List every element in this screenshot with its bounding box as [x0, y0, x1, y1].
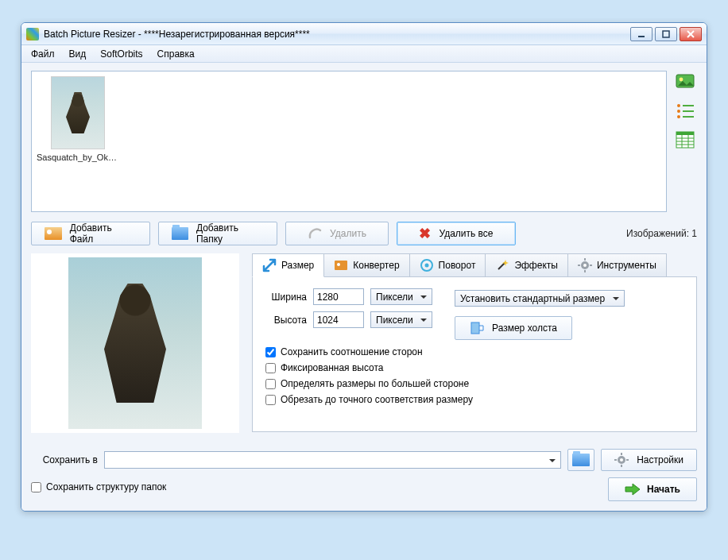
- keep-ratio-checkbox[interactable]: Сохранить соотношение сторон: [265, 346, 683, 357]
- menu-help[interactable]: Справка: [151, 47, 201, 61]
- folder-icon: [172, 227, 188, 240]
- svg-rect-11: [683, 116, 694, 118]
- width-input[interactable]: [313, 288, 364, 305]
- app-icon: [26, 28, 39, 41]
- canvas-size-button[interactable]: Размер холста: [455, 316, 572, 340]
- tabstrip: Размер Конвертер Поворот Эффекты: [252, 253, 697, 277]
- close-button[interactable]: [680, 27, 702, 41]
- thumbnail-list[interactable]: Sasquatch_by_Okmer...: [31, 71, 667, 212]
- tab-tools[interactable]: Инструменты: [567, 253, 667, 277]
- x-icon: ✖: [419, 225, 431, 242]
- thumbnail-item[interactable]: Sasquatch_by_Okmer...: [37, 76, 119, 162]
- image-icon: [45, 227, 62, 240]
- maximize-button[interactable]: [655, 27, 677, 41]
- tab-panel-size: Ширина Пиксели Высота Пиксели Уст: [252, 276, 697, 432]
- minimize-button[interactable]: [630, 27, 652, 41]
- arrow-right-icon: [625, 483, 641, 496]
- svg-rect-30: [471, 322, 479, 334]
- svg-point-10: [677, 115, 680, 118]
- delete-icon: [308, 226, 322, 241]
- tab-converter[interactable]: Конвертер: [323, 253, 409, 277]
- svg-point-8: [677, 110, 680, 113]
- view-thumbnails-icon[interactable]: [676, 74, 695, 91]
- svg-rect-1: [663, 31, 669, 37]
- keep-folder-structure-checkbox[interactable]: Сохранить структуру папок: [31, 481, 166, 492]
- delete-button[interactable]: Удалить: [285, 222, 389, 245]
- height-unit-select[interactable]: Пиксели: [370, 311, 432, 328]
- converter-icon: [334, 258, 348, 272]
- delete-all-button[interactable]: ✖ Удалить все: [397, 222, 516, 245]
- standard-size-select[interactable]: Установить стандартный размер: [455, 290, 625, 307]
- preview-pane: [31, 253, 239, 433]
- tab-size[interactable]: Размер: [252, 253, 324, 277]
- save-to-label: Сохранить в: [31, 454, 98, 465]
- svg-rect-34: [621, 465, 622, 467]
- start-button[interactable]: Начать: [608, 477, 697, 501]
- view-list-icon[interactable]: [676, 102, 695, 120]
- svg-point-5: [680, 78, 683, 82]
- app-window: Batch Picture Resizer - ****Незарегистри…: [21, 22, 707, 512]
- svg-rect-27: [584, 270, 586, 272]
- menu-view[interactable]: Вид: [63, 47, 93, 61]
- tab-effects[interactable]: Эффекты: [485, 253, 568, 277]
- svg-rect-35: [614, 459, 617, 461]
- wand-icon: [495, 258, 509, 272]
- menu-softorbits[interactable]: SoftOrbits: [94, 47, 149, 61]
- folder-icon: [572, 454, 590, 466]
- add-file-button[interactable]: Добавить Файл: [31, 222, 150, 245]
- svg-rect-29: [590, 265, 592, 266]
- rotate-icon: [420, 258, 434, 272]
- svg-rect-28: [578, 265, 580, 266]
- svg-point-22: [424, 264, 428, 268]
- thumbnail-label: Sasquatch_by_Okmer...: [37, 153, 119, 162]
- tab-rotate[interactable]: Поворот: [409, 253, 486, 277]
- svg-rect-33: [621, 453, 622, 455]
- titlebar: Batch Picture Resizer - ****Незарегистри…: [21, 23, 707, 45]
- view-details-icon[interactable]: [676, 131, 695, 149]
- save-path-select[interactable]: [104, 451, 561, 469]
- menubar: Файл Вид SoftOrbits Справка: [21, 45, 707, 63]
- svg-rect-7: [683, 105, 694, 106]
- image-count: Изображений: 1: [626, 228, 697, 239]
- gear-icon: [614, 453, 629, 467]
- svg-point-32: [620, 458, 623, 462]
- svg-rect-26: [584, 258, 586, 261]
- settings-button[interactable]: Настройки: [601, 449, 697, 471]
- gear-icon: [578, 258, 592, 272]
- by-larger-side-checkbox[interactable]: Определять размеры по большей стороне: [265, 378, 683, 389]
- menu-file[interactable]: Файл: [25, 47, 61, 61]
- svg-rect-9: [683, 110, 694, 112]
- crop-exact-checkbox[interactable]: Обрезать до точного соответствия размеру: [265, 394, 683, 405]
- height-label: Высота: [265, 315, 307, 326]
- window-title: Batch Picture Resizer - ****Незарегистри…: [44, 29, 630, 40]
- height-input[interactable]: [313, 311, 364, 328]
- width-unit-select[interactable]: Пиксели: [370, 288, 432, 305]
- svg-point-20: [337, 263, 340, 266]
- svg-point-6: [677, 104, 680, 107]
- fixed-height-checkbox[interactable]: Фиксированная высота: [265, 362, 683, 373]
- resize-icon: [262, 258, 277, 272]
- svg-rect-19: [335, 261, 347, 270]
- add-folder-button[interactable]: Добавить Папку: [158, 222, 277, 245]
- width-label: Ширина: [265, 292, 307, 303]
- canvas-icon: [470, 321, 484, 335]
- browse-folder-button[interactable]: [567, 449, 594, 471]
- thumbnail-image: [51, 76, 105, 149]
- svg-rect-36: [626, 459, 629, 461]
- svg-point-25: [583, 264, 587, 267]
- preview-image: [68, 257, 202, 429]
- svg-rect-13: [676, 132, 694, 135]
